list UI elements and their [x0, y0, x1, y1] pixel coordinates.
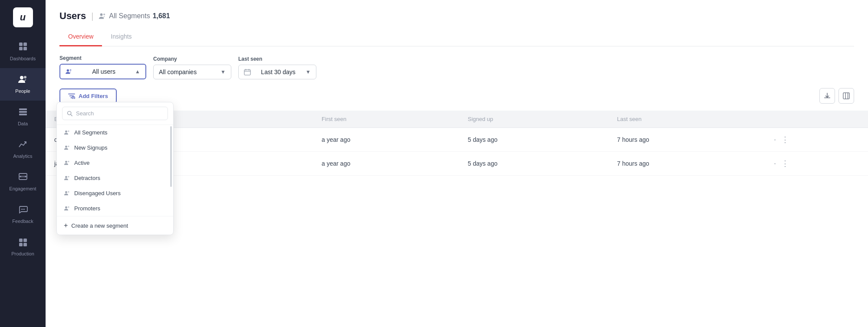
production-icon — [18, 238, 28, 249]
dropdown-scrollbar — [170, 126, 172, 187]
cell-first-seen: a year ago — [313, 152, 459, 176]
svg-point-4 — [20, 76, 23, 79]
dropdown-item-icon — [64, 175, 70, 181]
app-logo: u — [13, 7, 33, 27]
cell-extra: - — [774, 160, 776, 167]
sidebar-item-dashboards[interactable]: Dashboards — [0, 35, 46, 68]
segment-select-value: All users — [92, 68, 115, 75]
sidebar-item-people[interactable]: People — [0, 68, 46, 101]
create-segment-button[interactable]: + Create a new segment — [57, 216, 173, 235]
col-first-seen: First seen — [313, 111, 459, 128]
svg-point-38 — [65, 146, 67, 148]
svg-point-40 — [65, 161, 67, 163]
analytics-icon — [18, 140, 28, 151]
col-signed-up: Signed up — [459, 111, 608, 128]
tab-bar: Overview Insights — [59, 29, 854, 46]
col-last-seen: Last seen — [608, 111, 765, 128]
sidebar-item-dashboards-label: Dashboards — [10, 56, 36, 61]
svg-rect-31 — [843, 93, 849, 99]
sidebar-item-data[interactable]: Data — [0, 101, 46, 133]
add-filters-button[interactable]: Add Filters — [59, 88, 117, 104]
svg-point-5 — [24, 76, 26, 78]
row-menu-button[interactable]: ⋮ — [781, 159, 789, 168]
svg-rect-18 — [19, 243, 23, 246]
sidebar-item-people-label: People — [15, 88, 30, 94]
people-icon — [18, 75, 28, 86]
columns-icon — [843, 92, 850, 99]
svg-rect-6 — [19, 108, 27, 110]
dropdown-item-icon — [64, 160, 70, 166]
action-right — [819, 88, 854, 104]
svg-point-42 — [65, 176, 67, 178]
filters-row: Segment All users ▲ Company All compani — [59, 55, 854, 79]
sidebar-item-engagement[interactable]: Engagement — [0, 166, 46, 198]
cell-actions: - ⋮ — [765, 152, 868, 175]
svg-point-21 — [103, 13, 105, 15]
segment-filter-group: Segment All users ▲ — [59, 55, 146, 79]
dropdown-item[interactable]: All Segments — [57, 125, 173, 140]
last-seen-filter-label: Last seen — [238, 56, 316, 62]
dropdown-item[interactable]: Disengaged Users — [57, 186, 173, 201]
last-seen-select-value: Last 30 days — [261, 69, 295, 75]
row-menu-button[interactable]: ⋮ — [781, 135, 789, 144]
svg-point-37 — [68, 131, 69, 132]
last-seen-dropdown-trigger[interactable]: Last 30 days ▼ — [238, 65, 316, 79]
svg-line-35 — [71, 114, 72, 116]
tab-overview[interactable]: Overview — [59, 29, 102, 46]
segment-count: 1,681 — [153, 12, 170, 20]
svg-point-15 — [23, 209, 24, 209]
sidebar-item-production-label: Production — [11, 251, 34, 256]
col-actions — [765, 111, 868, 128]
svg-point-45 — [68, 191, 69, 193]
company-dropdown-trigger[interactable]: All companies ▼ — [153, 65, 231, 79]
sidebar: u Dashboards People — [0, 0, 46, 327]
svg-point-11 — [20, 176, 21, 177]
dropdown-item-icon — [64, 190, 70, 196]
dropdown-item[interactable]: New Signups — [57, 140, 173, 155]
dropdown-item[interactable]: Active — [57, 155, 173, 170]
svg-point-36 — [65, 131, 67, 133]
svg-rect-17 — [23, 239, 27, 242]
calendar-icon — [244, 69, 251, 75]
segment-select-icon — [66, 69, 72, 75]
segment-label: All Segments — [109, 12, 150, 20]
download-button[interactable] — [819, 88, 835, 104]
sidebar-item-data-label: Data — [18, 121, 28, 126]
company-select-value: All companies — [159, 69, 197, 75]
svg-rect-16 — [19, 239, 23, 242]
company-chevron-icon: ▼ — [220, 69, 226, 75]
company-filter-label: Company — [153, 56, 231, 62]
dropdown-item-icon — [64, 206, 70, 211]
sidebar-item-production[interactable]: Production — [0, 231, 46, 263]
svg-rect-19 — [23, 243, 27, 246]
dropdown-items-list: All Segments New Signups Active Detracto… — [57, 125, 173, 216]
sidebar-logo: u — [0, 0, 46, 35]
dropdown-item-label: New Signups — [74, 144, 108, 151]
data-icon — [18, 108, 28, 118]
svg-point-14 — [22, 209, 23, 209]
create-plus-icon: + — [64, 222, 68, 229]
company-filter-group: Company All companies ▼ — [153, 56, 231, 79]
title-row: Users | All Segments 1,681 — [59, 10, 854, 22]
page-title: Users — [59, 10, 86, 22]
svg-rect-10 — [21, 176, 25, 177]
segment-dropdown: Search All Segments New Signups Active — [56, 102, 174, 235]
dropdown-search-icon — [67, 111, 72, 116]
segment-dropdown-trigger[interactable]: All users ▲ — [59, 64, 146, 79]
tab-insights[interactable]: Insights — [102, 29, 140, 46]
last-seen-filter-group: Last seen Last 30 days ▼ — [238, 56, 316, 79]
dropdown-search-placeholder: Search — [76, 110, 94, 117]
columns-button[interactable] — [838, 88, 854, 104]
svg-point-23 — [70, 69, 72, 71]
cell-first-seen: a year ago — [313, 128, 459, 152]
svg-rect-1 — [23, 43, 27, 46]
dropdown-item[interactable]: Promoters — [57, 201, 173, 216]
engagement-icon — [18, 173, 28, 183]
svg-point-43 — [68, 176, 69, 177]
sidebar-item-feedback[interactable]: Feedback — [0, 198, 46, 231]
sidebar-item-analytics[interactable]: Analytics — [0, 133, 46, 166]
sidebar-item-feedback-label: Feedback — [12, 219, 33, 224]
title-divider: | — [91, 11, 93, 21]
dropdown-item[interactable]: Detractors — [57, 170, 173, 186]
svg-rect-24 — [244, 70, 250, 75]
